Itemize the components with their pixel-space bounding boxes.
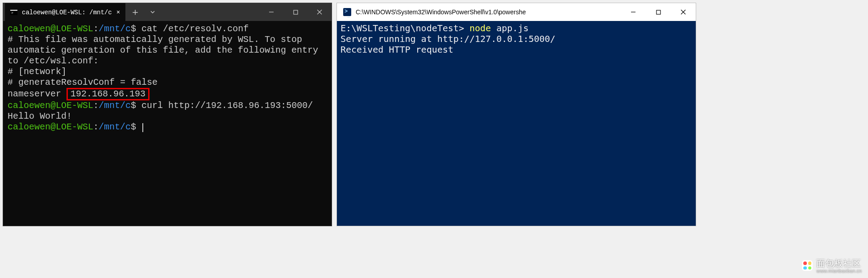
close-button[interactable]	[307, 3, 332, 21]
command-2: curl http://192.168.96.193:5000/	[141, 100, 313, 111]
ps-prompt: E:\WSLTesting\nodeTest>	[341, 23, 464, 33]
watermark-text: 面包板社区	[816, 258, 861, 268]
prompt-path: /mnt/c	[99, 24, 131, 34]
close-icon	[317, 9, 322, 15]
powershell-title: C:\WINDOWS\System32\WindowsPowerShell\v1…	[356, 8, 621, 16]
minimize-icon	[269, 9, 274, 15]
window-controls	[621, 3, 696, 21]
watermark-url: www.mianbaoban.cn	[816, 268, 862, 274]
nameserver-ip-highlight: 192.168.96.193	[66, 88, 150, 100]
resolv-output-generate: # generateResolvConf = false	[8, 77, 158, 87]
watermark: 面包板社区 www.mianbaoban.cn	[802, 257, 862, 274]
powershell-icon	[343, 8, 351, 16]
svg-rect-1	[294, 10, 298, 14]
maximize-icon	[293, 10, 298, 15]
maximize-icon	[656, 10, 661, 15]
nameserver-ip: 192.168.96.193	[71, 89, 145, 99]
powershell-body[interactable]: E:\WSLTesting\nodeTest> node app.js Serv…	[337, 21, 696, 226]
new-tab-button[interactable]: ＋	[125, 3, 145, 21]
node-output-2: Received HTTP request	[341, 44, 453, 55]
wsl-terminal-window: caloewen@LOE-WSL: /mnt/c × ＋ caloewen@LO…	[3, 3, 332, 226]
minimize-icon	[631, 9, 636, 15]
maximize-button[interactable]	[646, 3, 671, 21]
minimize-button[interactable]	[259, 3, 283, 21]
watermark-logo-icon	[802, 260, 813, 271]
command-1: cat /etc/resolv.conf	[141, 24, 249, 34]
ps-command-arg: app.js	[496, 23, 528, 33]
chevron-down-icon	[150, 9, 155, 15]
minimize-button[interactable]	[621, 3, 646, 21]
svg-rect-5	[656, 10, 660, 14]
close-button[interactable]	[671, 3, 696, 21]
tab-dropdown-button[interactable]	[145, 3, 160, 21]
cursor	[142, 123, 143, 132]
close-icon	[681, 9, 686, 15]
wsl-titlebar[interactable]: caloewen@LOE-WSL: /mnt/c × ＋	[3, 3, 332, 21]
ps-command-verb: node	[469, 23, 491, 33]
wsl-tab[interactable]: caloewen@LOE-WSL: /mnt/c ×	[5, 3, 125, 21]
wsl-tab-title: caloewen@LOE-WSL: /mnt/c	[22, 9, 112, 16]
curl-output: Hello World!	[8, 111, 72, 121]
powershell-window: C:\WINDOWS\System32\WindowsPowerShell\v1…	[336, 3, 696, 226]
window-controls	[259, 3, 332, 21]
tab-close-icon[interactable]: ×	[116, 9, 120, 16]
wsl-terminal-body[interactable]: caloewen@LOE-WSL:/mnt/c$ cat /etc/resolv…	[3, 21, 332, 226]
powershell-titlebar[interactable]: C:\WINDOWS\System32\WindowsPowerShell\v1…	[337, 3, 696, 21]
maximize-button[interactable]	[283, 3, 307, 21]
node-output-1: Server running at http://127.0.0.1:5000/	[341, 33, 556, 44]
nameserver-label: nameserver	[8, 89, 61, 99]
prompt-userhost: caloewen@LOE-WSL	[8, 24, 93, 34]
titlebar-drag-region[interactable]	[160, 3, 259, 21]
resolv-output-comment: # This file was automatically generated …	[8, 34, 324, 66]
resolv-output-network: # [network]	[8, 66, 66, 77]
terminal-icon	[10, 10, 17, 15]
